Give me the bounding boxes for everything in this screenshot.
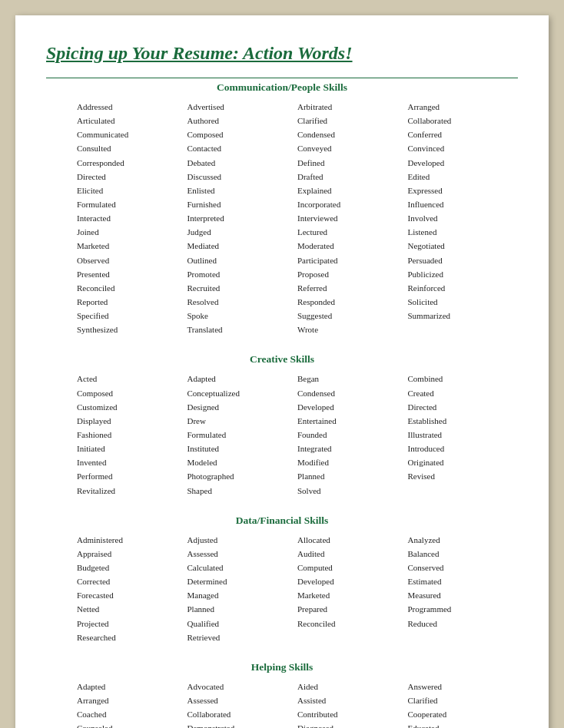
word-item: Managed bbox=[187, 588, 298, 602]
word-item: Resolved bbox=[187, 295, 298, 309]
word-item: Adjusted bbox=[187, 533, 298, 547]
word-item: Conceptualized bbox=[187, 386, 298, 400]
word-item: Persuaded bbox=[408, 253, 519, 267]
word-item: Revised bbox=[408, 469, 519, 483]
word-item bbox=[297, 630, 408, 644]
word-item: Customized bbox=[77, 400, 187, 414]
word-item: Edited bbox=[408, 170, 519, 184]
word-item: Assisted bbox=[297, 693, 408, 707]
word-item: Programmed bbox=[408, 602, 519, 616]
word-item: Formulated bbox=[77, 197, 187, 211]
word-item bbox=[408, 323, 519, 336]
word-item: Communicated bbox=[77, 127, 187, 141]
word-item: Furnished bbox=[187, 197, 298, 211]
word-item: Condensed bbox=[297, 386, 408, 400]
word-item: Designed bbox=[187, 400, 298, 414]
word-item: Appraised bbox=[77, 547, 187, 561]
word-item: Introduced bbox=[408, 442, 519, 455]
word-item: Composed bbox=[77, 386, 187, 400]
word-item: Conveyed bbox=[297, 141, 408, 155]
word-item: Reduced bbox=[408, 617, 519, 630]
section-title-communication: Communication/People Skills bbox=[46, 81, 518, 94]
word-item: Reconciled bbox=[77, 281, 187, 295]
page: Spicing up Your Resume: Action Words! Co… bbox=[15, 15, 549, 728]
word-item: Elicited bbox=[77, 184, 187, 197]
word-item: Performed bbox=[77, 469, 187, 483]
word-item: Solicited bbox=[408, 295, 519, 309]
word-grid-data: AdministeredAdjustedAllocatedAnalyzedApp… bbox=[46, 533, 518, 644]
word-item: Expressed bbox=[408, 184, 519, 197]
word-item: Drafted bbox=[297, 170, 408, 184]
word-item: Directed bbox=[77, 170, 187, 184]
word-item: Initiated bbox=[77, 442, 187, 455]
word-item: Influenced bbox=[408, 197, 519, 211]
word-item: Involved bbox=[408, 211, 519, 225]
word-item: Advocated bbox=[187, 680, 298, 693]
section-title-data: Data/Financial Skills bbox=[46, 515, 518, 527]
word-item: Arranged bbox=[77, 693, 187, 707]
word-item: Collaborated bbox=[187, 707, 298, 721]
word-item: Marketed bbox=[77, 239, 187, 253]
word-item: Computed bbox=[297, 561, 408, 574]
word-item: Modeled bbox=[187, 455, 298, 469]
word-item: Explained bbox=[297, 184, 408, 197]
word-item: Founded bbox=[297, 428, 408, 442]
word-item: Authored bbox=[187, 114, 298, 127]
word-item: Developed bbox=[408, 156, 519, 170]
word-item: Assessed bbox=[187, 693, 298, 707]
word-item: Coached bbox=[77, 707, 187, 721]
section-helping: Helping SkillsAdaptedAdvocatedAidedAnswe… bbox=[46, 661, 518, 728]
word-item: Began bbox=[297, 372, 408, 386]
word-item: Discussed bbox=[187, 170, 298, 184]
word-item: Originated bbox=[408, 455, 519, 469]
word-item: Moderated bbox=[297, 239, 408, 253]
word-item: Negotiated bbox=[408, 239, 519, 253]
word-item: Marketed bbox=[297, 588, 408, 602]
word-item: Defined bbox=[297, 156, 408, 170]
word-item: Arbitrated bbox=[297, 100, 408, 114]
word-item: Retrieved bbox=[187, 630, 298, 644]
word-item: Conferred bbox=[408, 127, 519, 141]
word-item: Modified bbox=[297, 455, 408, 469]
word-item: Analyzed bbox=[408, 533, 519, 547]
word-item: Synthesized bbox=[77, 323, 187, 336]
word-item: Contacted bbox=[187, 141, 298, 155]
word-item: Entertained bbox=[297, 414, 408, 428]
word-item: Observed bbox=[77, 253, 187, 267]
word-item: Condensed bbox=[297, 127, 408, 141]
word-item: Mediated bbox=[187, 239, 298, 253]
word-item: Researched bbox=[77, 630, 187, 644]
word-item: Incorporated bbox=[297, 197, 408, 211]
word-item: Developed bbox=[297, 574, 408, 588]
word-item: Contributed bbox=[297, 707, 408, 721]
word-item: Combined bbox=[408, 372, 519, 386]
word-item: Developed bbox=[297, 400, 408, 414]
word-item: Forecasted bbox=[77, 588, 187, 602]
word-grid-creative: ActedAdaptedBeganCombinedComposedConcept… bbox=[46, 372, 518, 497]
word-item: Established bbox=[408, 414, 519, 428]
word-item: Enlisted bbox=[187, 184, 298, 197]
word-item: Created bbox=[408, 386, 519, 400]
word-item: Presented bbox=[77, 267, 187, 281]
word-item: Interpreted bbox=[187, 211, 298, 225]
word-item: Instituted bbox=[187, 442, 298, 455]
word-grid-helping: AdaptedAdvocatedAidedAnsweredArrangedAss… bbox=[46, 680, 518, 728]
word-grid-communication: AddressedAdvertisedArbitratedArrangedArt… bbox=[46, 100, 518, 336]
word-item: Determined bbox=[187, 574, 298, 588]
section-title-helping: Helping Skills bbox=[46, 661, 518, 673]
word-item: Cooperated bbox=[408, 707, 519, 721]
word-item: Summarized bbox=[408, 309, 519, 323]
word-item: Listened bbox=[408, 225, 519, 239]
word-item: Educated bbox=[408, 721, 519, 728]
word-item: Collaborated bbox=[408, 114, 519, 127]
word-item: Diagnosed bbox=[297, 721, 408, 728]
word-item: Demonstrated bbox=[187, 721, 298, 728]
sections-container: Communication/People SkillsAddressedAdve… bbox=[46, 81, 518, 728]
word-item: Budgeted bbox=[77, 561, 187, 574]
word-item: Addressed bbox=[77, 100, 187, 114]
word-item: Acted bbox=[77, 372, 187, 386]
word-item: Allocated bbox=[297, 533, 408, 547]
word-item: Consulted bbox=[77, 141, 187, 155]
word-item: Corrected bbox=[77, 574, 187, 588]
word-item: Spoke bbox=[187, 309, 298, 323]
